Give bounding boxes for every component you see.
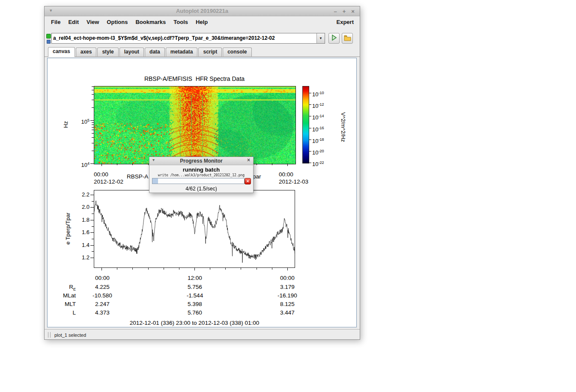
- ephemeris-value: -16.190: [268, 292, 307, 299]
- occluded-plot-title-fragment: RBSP-A: [127, 173, 148, 180]
- open-file-button[interactable]: [342, 33, 353, 44]
- uri-status-icon[interactable]: [46, 34, 51, 39]
- colorbar-tick-label: 10-20: [312, 148, 338, 156]
- tab-axes[interactable]: axes: [76, 48, 97, 56]
- menu-help[interactable]: Help: [192, 18, 212, 27]
- x-tick-time: 00:00: [94, 171, 123, 178]
- tick-mark: [132, 163, 133, 165]
- occluded-plot-title-fragment: par: [253, 173, 261, 180]
- autoplot-window: ▾ Autoplot 20190221a – + × File Edit Vie…: [44, 6, 360, 340]
- tab-style[interactable]: style: [97, 48, 118, 56]
- tick-mark: [225, 268, 226, 270]
- tick-mark: [92, 86, 94, 87]
- menu-tools[interactable]: Tools: [170, 18, 192, 27]
- uri-field[interactable]: a_rel04_ect-hope-mom-l3_$Y$m$d_v$(v,sep)…: [51, 33, 325, 44]
- canvas-region: RBSP-A/EMFISIS HFR Spectra Data Hz 105 1…: [45, 57, 360, 329]
- tick-mark: [90, 163, 94, 164]
- tick-mark: [164, 268, 164, 270]
- ephemeris-row-label: L: [48, 309, 76, 317]
- dialog-close-icon[interactable]: ×: [247, 157, 250, 163]
- y-tick-label: 2.2: [72, 191, 90, 198]
- cancel-button[interactable]: ×: [245, 178, 251, 184]
- tick-mark: [90, 207, 94, 208]
- menu-view[interactable]: View: [83, 18, 103, 27]
- resize-grip[interactable]: [48, 332, 51, 338]
- tick-mark: [309, 151, 311, 151]
- tick-mark: [92, 94, 94, 95]
- timeseries-trace: [94, 201, 295, 263]
- tick-mark: [92, 226, 94, 227]
- tick-mark: [309, 104, 311, 105]
- tick-mark: [92, 107, 94, 108]
- uri-aggregation-icon[interactable]: [47, 40, 51, 44]
- progress-bar-row: ×: [149, 178, 253, 185]
- tick-mark: [132, 268, 133, 270]
- tab-layout[interactable]: layout: [119, 48, 144, 56]
- menubar: File Edit View Options Bookmarks Tools H…: [45, 16, 360, 27]
- y-tick-label: 104: [72, 160, 90, 169]
- menu-options[interactable]: Options: [103, 18, 131, 27]
- y-tick-label: 1.4: [72, 242, 90, 249]
- ephemeris-row-label: MLT: [48, 301, 76, 309]
- menu-edit[interactable]: Edit: [64, 18, 83, 27]
- tick-mark: [101, 268, 102, 270]
- play-icon: [331, 34, 337, 41]
- tick-mark: [92, 90, 94, 90]
- tick-mark: [101, 163, 102, 166]
- tick-mark: [179, 268, 179, 270]
- statusbar: plot_1 selected: [45, 329, 360, 340]
- plot-canvas[interactable]: RBSP-A/EMFISIS HFR Spectra Data Hz 105 1…: [47, 58, 357, 327]
- ephemeris-value: 5.756: [176, 284, 214, 290]
- colorbar-tick-label: 10-16: [312, 125, 338, 133]
- tick-mark: [92, 151, 94, 151]
- colorbar-axis-label: V^2/m^2/Hz: [340, 112, 346, 142]
- uri-toolbar: a_rel04_ect-hope-mom-l3_$Y$m$d_v$(v,sep)…: [45, 27, 360, 46]
- tick-mark: [92, 201, 94, 202]
- window-titlebar[interactable]: ▾ Autoplot 20190221a – + ×: [45, 6, 360, 16]
- tick-mark: [90, 220, 94, 220]
- x-tick-time: 12:00: [176, 275, 214, 281]
- progress-monitor-dialog: ▾ Progress Monitor × running batch write…: [149, 157, 254, 193]
- progress-dialog-title: Progress Monitor: [149, 157, 253, 165]
- tick-mark: [210, 268, 210, 270]
- tabbar: canvas axes style layout data metadata s…: [45, 46, 360, 57]
- ephemeris-row-label: MLat: [48, 292, 76, 300]
- maximize-button[interactable]: +: [341, 7, 348, 16]
- tick-mark: [92, 143, 94, 143]
- colorbar-tick-label: 10-14: [312, 113, 338, 121]
- colorbar[interactable]: [302, 86, 309, 163]
- tab-console[interactable]: console: [223, 48, 251, 56]
- ephemeris-value: 4.225: [83, 284, 122, 290]
- ephemeris-value: 8.125: [268, 301, 307, 307]
- tick-mark: [92, 125, 94, 125]
- uri-dropdown-button[interactable]: ▼: [316, 33, 325, 43]
- menu-bookmarks[interactable]: Bookmarks: [131, 18, 170, 27]
- tab-metadata[interactable]: metadata: [166, 48, 198, 56]
- progress-dialog-titlebar[interactable]: ▾ Progress Monitor ×: [149, 157, 253, 165]
- tab-canvas[interactable]: canvas: [48, 47, 75, 57]
- ephemeris-value: 4.373: [83, 309, 122, 316]
- tab-script[interactable]: script: [198, 48, 222, 56]
- spectrogram-plot[interactable]: [94, 86, 296, 164]
- progress-detail-label: write /hom...walk3/product_20121202_12.p…: [149, 173, 253, 177]
- x-tick-date: 2012-12-03: [279, 178, 308, 185]
- timeseries-plot[interactable]: [94, 190, 295, 268]
- expert-mode-label[interactable]: Expert: [337, 19, 360, 25]
- uri-leading-icons: [46, 34, 51, 44]
- dialog-menu-icon[interactable]: ▾: [152, 157, 155, 162]
- tab-data[interactable]: data: [145, 48, 165, 56]
- tick-mark: [257, 163, 257, 165]
- tick-mark: [309, 93, 311, 93]
- ephemeris-value: 3.447: [268, 309, 307, 316]
- tick-mark: [92, 251, 94, 252]
- minimize-button[interactable]: –: [332, 7, 339, 16]
- x-tick-time: 00:00: [268, 275, 307, 281]
- go-button[interactable]: [328, 33, 340, 44]
- colorbar-tick-label: 10-22: [312, 159, 338, 168]
- ephemeris-value: -10.580: [83, 292, 122, 299]
- menu-file[interactable]: File: [47, 18, 64, 27]
- window-menu-icon[interactable]: ▾: [50, 8, 52, 13]
- uri-input[interactable]: a_rel04_ect-hope-mom-l3_$Y$m$d_v$(v,sep)…: [52, 33, 316, 43]
- close-button[interactable]: ×: [349, 7, 356, 16]
- chevron-down-icon: ▼: [319, 36, 322, 40]
